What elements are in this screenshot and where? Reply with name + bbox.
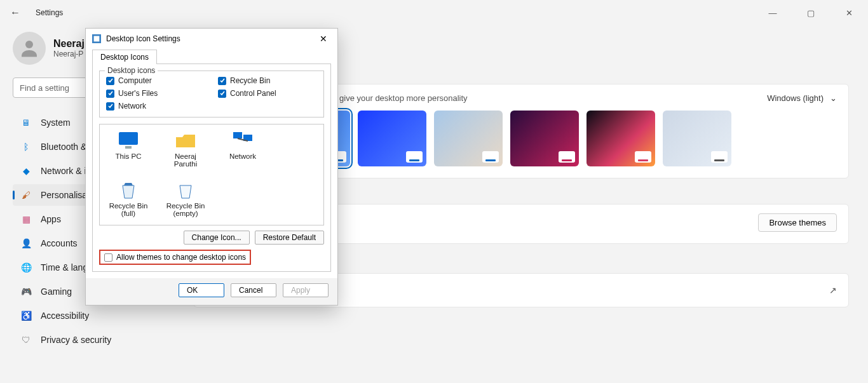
nav-label: Gaming [41, 286, 72, 297]
nav-icon: 🛡 [20, 334, 32, 346]
nav-label: Privacy & security [41, 335, 111, 345]
icon-preview-grid: This PC Neeraj Paruthi Network Recycle B… [99, 124, 324, 225]
settings-app-icon [92, 34, 101, 43]
allow-themes-checkbox[interactable] [104, 253, 112, 262]
nav-label: Time & lang [41, 262, 88, 272]
theme-tile-5[interactable] [587, 111, 655, 166]
nav-label: Accounts [41, 238, 78, 248]
icon-network[interactable]: Network [220, 131, 265, 168]
sidebar-item-accessibility[interactable]: ♿Accessibility [13, 305, 186, 326]
current-theme-indicator[interactable]: Windows (light) ⌄ [767, 93, 837, 103]
avatar [13, 32, 46, 65]
window-title: Settings [36, 8, 63, 17]
apply-button[interactable]: Apply [283, 283, 329, 297]
icon-action-row: Change Icon... Restore Default [99, 231, 324, 245]
change-icon-button[interactable]: Change Icon... [184, 231, 250, 245]
nav-label: System [41, 118, 71, 128]
dialog-footer: OK Cancel Apply [86, 278, 337, 305]
checkbox-users-files[interactable]: User's Files [106, 89, 205, 98]
nav-icon: 👤 [20, 238, 32, 249]
current-theme-label: Windows (light) [767, 93, 824, 103]
nav-icon: 🎮 [20, 286, 32, 297]
desktop-icon-settings-dialog: Desktop Icon Settings ✕ Desktop Icons De… [85, 28, 338, 306]
svg-rect-4 [94, 36, 100, 42]
checkbox-control-panel[interactable]: Control Panel [218, 89, 317, 98]
titlebar: ← Settings — ▢ ✕ [0, 0, 868, 25]
nav-label: Apps [41, 214, 61, 224]
icon-user-folder[interactable]: Neeraj Paruthi [163, 131, 208, 168]
window-controls: — ▢ ✕ [761, 8, 860, 18]
nav-label: Network & i [41, 166, 86, 176]
dialog-title: Desktop Icon Settings [106, 34, 180, 43]
ok-button[interactable]: OK [179, 283, 224, 297]
nav-icon: ◆ [20, 165, 32, 177]
close-button[interactable]: ✕ [837, 8, 860, 18]
external-link-icon: ↗ [829, 285, 837, 295]
nav-icon: ▦ [20, 213, 32, 225]
theme-mini-preview [482, 151, 499, 163]
dialog-body: Desktop icons Computer Recycle Bin User'… [92, 64, 331, 272]
nav-label: Bluetooth & [41, 142, 86, 152]
cancel-button[interactable]: Cancel [231, 283, 276, 297]
nav-icon: ♿ [20, 310, 32, 321]
nav-label: Accessibility [41, 311, 89, 321]
dialog-tabs: Desktop Icons [86, 49, 337, 64]
chevron-down-icon: ⌄ [830, 93, 837, 103]
profile-email: Neeraj-P [53, 50, 85, 58]
desktop-icons-fieldset: Desktop icons Computer Recycle Bin User'… [99, 71, 324, 118]
browse-themes-button[interactable]: Browse themes [758, 213, 837, 232]
theme-mini-preview [406, 151, 423, 163]
theme-mini-preview [635, 151, 651, 163]
checkbox-grid: Computer Recycle Bin User's Files Contro… [106, 76, 317, 111]
sidebar-item-privacy-security[interactable]: 🛡Privacy & security [13, 329, 186, 351]
icon-this-pc[interactable]: This PC [106, 131, 151, 168]
profile-name: Neeraj [53, 38, 85, 50]
icon-recycle-bin-full[interactable]: Recycle Bin (full) [106, 180, 151, 217]
restore-default-button[interactable]: Restore Default [255, 231, 324, 245]
nav-icon: 🌐 [20, 262, 32, 273]
allow-themes-highlight: Allow themes to change desktop icons [99, 250, 251, 265]
checkbox-computer[interactable]: Computer [106, 76, 205, 85]
checkbox-network[interactable]: Network [106, 102, 205, 111]
nav-icon: 🖌 [20, 189, 32, 201]
checkbox-recycle-bin[interactable]: Recycle Bin [218, 76, 317, 85]
nav-label: Personalisat [41, 190, 90, 200]
theme-tile-6[interactable] [663, 111, 731, 166]
svg-rect-7 [233, 132, 242, 138]
svg-rect-5 [119, 132, 138, 145]
dialog-close-button[interactable]: ✕ [316, 32, 331, 45]
allow-themes-label: Allow themes to change desktop icons [116, 253, 246, 262]
back-button[interactable]: ← [8, 5, 23, 20]
icon-recycle-bin-empty[interactable]: Recycle Bin (empty) [163, 180, 208, 217]
theme-mini-preview [711, 151, 728, 163]
svg-rect-6 [125, 146, 132, 149]
minimize-button[interactable]: — [761, 8, 784, 18]
fieldset-legend: Desktop icons [105, 66, 158, 75]
theme-tile-2[interactable] [358, 111, 426, 166]
theme-tile-4[interactable] [510, 111, 579, 166]
search-placeholder: Find a setting [20, 83, 69, 93]
nav-icon: ᛒ [20, 141, 32, 152]
dialog-titlebar: Desktop Icon Settings ✕ [86, 29, 337, 49]
theme-mini-preview [559, 151, 575, 163]
maximize-button[interactable]: ▢ [799, 8, 822, 18]
theme-tile-3[interactable] [434, 111, 503, 166]
nav-icon: 🖥 [20, 117, 32, 128]
svg-point-0 [25, 41, 33, 48]
tab-desktop-icons[interactable]: Desktop Icons [92, 50, 157, 64]
